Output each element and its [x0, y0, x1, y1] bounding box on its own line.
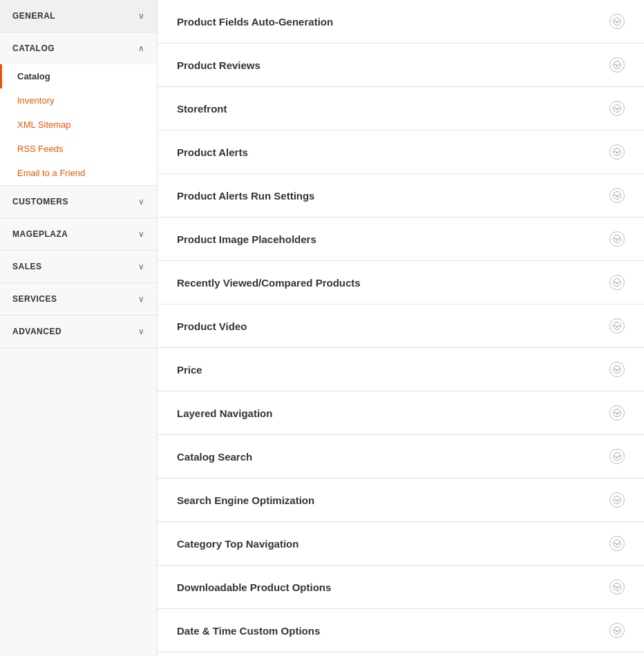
- sidebar-section-title-advanced: ADVANCED: [12, 327, 61, 336]
- expand-icon-product-reviews[interactable]: [609, 57, 625, 73]
- sidebar-section-header-advanced[interactable]: ADVANCED∨: [0, 316, 157, 347]
- expand-icon-product-fields-auto-generation[interactable]: [609, 14, 625, 29]
- sidebar-section-title-general: GENERAL: [12, 11, 55, 21]
- expand-icon-product-image-placeholders[interactable]: [609, 231, 625, 247]
- sidebar-section-title-sales: SALES: [12, 262, 42, 271]
- config-item-price[interactable]: Price: [158, 348, 644, 392]
- sidebar-section-header-services[interactable]: SERVICES∨: [0, 283, 157, 315]
- config-item-title-date-time-custom-options: Date & Time Custom Options: [177, 625, 320, 637]
- svg-point-1: [614, 61, 621, 69]
- sidebar-item-email-to-a-friend[interactable]: Email to a Friend: [0, 161, 157, 185]
- expand-icon-storefront[interactable]: [609, 101, 625, 116]
- sidebar-section-advanced: ADVANCED∨: [0, 316, 157, 348]
- config-item-product-alerts[interactable]: Product Alerts: [158, 131, 644, 174]
- config-item-title-search-engine-optimization: Search Engine Optimization: [177, 494, 314, 506]
- expand-icon-catalog-search[interactable]: [609, 449, 625, 464]
- expand-icon-category-top-navigation[interactable]: [609, 536, 625, 551]
- sidebar-section-catalog: CATALOG∧CatalogInventoryXML SitemapRSS F…: [0, 32, 157, 186]
- config-item-title-downloadable-product-options: Downloadable Product Options: [177, 581, 331, 593]
- sidebar-item-xml-sitemap[interactable]: XML Sitemap: [0, 113, 157, 137]
- sidebar-section-mageplaza: MAGEPLAZA∨: [0, 218, 157, 251]
- config-item-title-catalog-search: Catalog Search: [177, 451, 252, 463]
- svg-point-10: [614, 453, 621, 461]
- expand-icon-date-time-custom-options[interactable]: [609, 623, 625, 638]
- config-item-title-product-video: Product Video: [177, 320, 247, 332]
- expand-icon-downloadable-product-options[interactable]: [609, 579, 625, 595]
- config-item-title-product-alerts-run-settings: Product Alerts Run Settings: [177, 190, 314, 202]
- sidebar-section-title-mageplaza: MAGEPLAZA: [12, 229, 68, 239]
- sidebar-section-header-general[interactable]: GENERAL∨: [0, 0, 157, 32]
- config-item-title-storefront: Storefront: [177, 103, 227, 115]
- sidebar-section-general: GENERAL∨: [0, 0, 157, 32]
- sidebar-section-header-sales[interactable]: SALES∨: [0, 251, 157, 282]
- svg-point-14: [614, 627, 621, 635]
- config-item-product-reviews[interactable]: Product Reviews: [158, 44, 644, 87]
- chevron-down-icon: ∨: [138, 229, 144, 239]
- svg-point-12: [614, 540, 621, 548]
- svg-point-0: [614, 18, 621, 26]
- sidebar-section-customers: CUSTOMERS∨: [0, 186, 157, 218]
- config-item-product-video[interactable]: Product Video: [158, 305, 644, 348]
- svg-point-11: [614, 496, 621, 504]
- chevron-up-icon: ∧: [138, 44, 144, 53]
- sidebar-section-header-mageplaza[interactable]: MAGEPLAZA∨: [0, 218, 157, 250]
- svg-point-5: [614, 235, 621, 243]
- config-item-recently-viewed-compared-products[interactable]: Recently Viewed/Compared Products: [158, 261, 644, 305]
- svg-point-4: [614, 192, 621, 200]
- sidebar-item-inventory[interactable]: Inventory: [0, 88, 157, 113]
- config-item-title-product-image-placeholders: Product Image Placeholders: [177, 233, 316, 245]
- sidebar-section-header-catalog[interactable]: CATALOG∧: [0, 32, 157, 64]
- expand-icon-product-video[interactable]: [609, 318, 625, 334]
- expand-icon-layered-navigation[interactable]: [609, 405, 625, 421]
- sidebar-sub-items-catalog: CatalogInventoryXML SitemapRSS FeedsEmai…: [0, 64, 157, 185]
- svg-point-2: [614, 105, 621, 113]
- chevron-down-icon: ∨: [138, 327, 144, 336]
- chevron-down-icon: ∨: [138, 11, 144, 21]
- chevron-down-icon: ∨: [138, 197, 144, 206]
- expand-icon-search-engine-optimization[interactable]: [609, 492, 625, 508]
- sidebar-section-title-services: SERVICES: [12, 294, 57, 304]
- config-item-downloadable-product-options[interactable]: Downloadable Product Options: [158, 566, 644, 609]
- config-item-date-time-custom-options[interactable]: Date & Time Custom Options: [158, 609, 644, 653]
- expand-icon-recently-viewed-compared-products[interactable]: [609, 275, 625, 290]
- config-item-catalog-search[interactable]: Catalog Search: [158, 435, 644, 479]
- chevron-down-icon: ∨: [138, 262, 144, 271]
- config-item-storefront[interactable]: Storefront: [158, 87, 644, 131]
- svg-point-3: [614, 148, 621, 156]
- sidebar-section-services: SERVICES∨: [0, 283, 157, 316]
- expand-icon-product-alerts-run-settings[interactable]: [609, 188, 625, 203]
- main-content: Product Fields Auto-Generation Product R…: [158, 0, 644, 656]
- svg-point-6: [614, 279, 621, 287]
- svg-point-7: [614, 322, 621, 330]
- sidebar-section-title-catalog: CATALOG: [12, 44, 55, 53]
- config-item-title-product-alerts: Product Alerts: [177, 146, 248, 158]
- config-item-title-layered-navigation: Layered Navigation: [177, 407, 272, 419]
- config-item-title-category-top-navigation: Category Top Navigation: [177, 538, 299, 550]
- config-item-category-top-navigation[interactable]: Category Top Navigation: [158, 522, 644, 566]
- expand-icon-product-alerts[interactable]: [609, 144, 625, 160]
- config-item-title-price: Price: [177, 364, 202, 376]
- sidebar: GENERAL∨CATALOG∧CatalogInventoryXML Site…: [0, 0, 158, 656]
- sidebar-item-rss-feeds[interactable]: RSS Feeds: [0, 137, 157, 161]
- config-item-product-fields-auto-generation[interactable]: Product Fields Auto-Generation: [158, 0, 644, 44]
- svg-point-13: [614, 583, 621, 591]
- config-item-product-image-placeholders[interactable]: Product Image Placeholders: [158, 218, 644, 261]
- config-item-title-product-reviews: Product Reviews: [177, 59, 261, 71]
- svg-point-9: [614, 409, 621, 417]
- sidebar-section-title-customers: CUSTOMERS: [12, 197, 68, 206]
- svg-point-8: [614, 366, 621, 374]
- config-item-title-recently-viewed-compared-products: Recently Viewed/Compared Products: [177, 277, 361, 289]
- config-item-title-product-fields-auto-generation: Product Fields Auto-Generation: [177, 16, 333, 28]
- expand-icon-price[interactable]: [609, 362, 625, 377]
- sidebar-section-header-customers[interactable]: CUSTOMERS∨: [0, 186, 157, 218]
- chevron-down-icon: ∨: [138, 294, 144, 304]
- config-item-search-engine-optimization[interactable]: Search Engine Optimization: [158, 479, 644, 522]
- config-item-layered-navigation[interactable]: Layered Navigation: [158, 392, 644, 435]
- sidebar-item-catalog[interactable]: Catalog: [0, 64, 157, 88]
- config-item-product-alerts-run-settings[interactable]: Product Alerts Run Settings: [158, 174, 644, 218]
- sidebar-section-sales: SALES∨: [0, 251, 157, 283]
